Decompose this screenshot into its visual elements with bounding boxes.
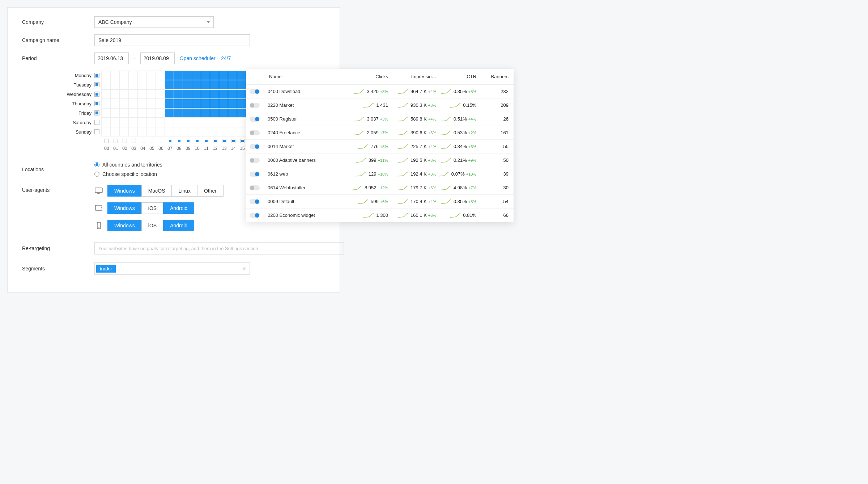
open-scheduler-link[interactable]: Open scheduler – 24/7 <box>180 55 231 61</box>
schedule-hour-checkbox[interactable] <box>240 139 244 143</box>
schedule-day-checkbox[interactable] <box>94 110 99 115</box>
campaign-name-input[interactable]: Sale 2019 <box>94 34 250 46</box>
schedule-cell[interactable] <box>192 108 201 118</box>
schedule-cell[interactable] <box>156 127 165 136</box>
row-name[interactable]: 0060 Adaptive banners <box>268 157 340 163</box>
schedule-cell[interactable] <box>119 89 129 99</box>
schedule-hour-checkbox[interactable] <box>141 139 145 143</box>
clear-icon[interactable]: × <box>242 265 248 273</box>
row-name[interactable]: 0014 Market <box>268 144 340 149</box>
schedule-day-checkbox[interactable] <box>94 82 99 87</box>
schedule-cell[interactable] <box>174 108 183 118</box>
schedule-cell[interactable] <box>192 118 201 127</box>
ua-tablet-android[interactable]: Android <box>163 202 194 214</box>
date-from-input[interactable]: 2019.06.13 <box>94 52 129 64</box>
row-toggle[interactable] <box>250 103 260 108</box>
ua-desktop-other[interactable]: Other <box>197 185 224 197</box>
schedule-hour-checkbox[interactable] <box>132 139 136 143</box>
row-name[interactable]: 0500 Register <box>268 116 340 122</box>
location-specific-radio[interactable]: Choose specific location <box>94 171 162 177</box>
schedule-cell[interactable] <box>228 108 237 118</box>
schedule-cell[interactable] <box>183 108 192 118</box>
row-name[interactable]: 0220 Market <box>268 102 340 108</box>
schedule-day-checkbox[interactable] <box>94 73 99 78</box>
schedule-cell[interactable] <box>128 127 138 136</box>
schedule-cell[interactable] <box>128 99 138 108</box>
schedule-cell[interactable] <box>137 89 147 99</box>
schedule-cell[interactable] <box>110 127 120 136</box>
schedule-cell[interactable] <box>137 108 147 118</box>
th-banners[interactable]: Banners <box>476 74 509 79</box>
row-toggle[interactable] <box>250 158 260 163</box>
schedule-cell[interactable] <box>119 127 129 136</box>
row-name[interactable]: 0200 Economic widget <box>268 212 340 218</box>
retargeting-input[interactable]: Your websites have no goals for retarget… <box>94 242 344 254</box>
schedule-cell[interactable] <box>156 80 165 89</box>
schedule-cell[interactable] <box>237 108 246 118</box>
schedule-cell[interactable] <box>119 71 129 80</box>
schedule-cell[interactable] <box>210 99 219 108</box>
schedule-cell[interactable] <box>174 99 183 108</box>
schedule-cell[interactable] <box>101 127 111 136</box>
schedule-cell[interactable] <box>219 127 228 136</box>
schedule-cell[interactable] <box>174 71 183 80</box>
ua-mobile-windows[interactable]: Windows <box>107 220 142 231</box>
schedule-cell[interactable] <box>219 108 228 118</box>
schedule-cell[interactable] <box>174 127 183 136</box>
schedule-hour-checkbox[interactable] <box>159 139 163 143</box>
row-toggle[interactable] <box>250 199 260 204</box>
th-impressions[interactable]: Impressio… <box>388 74 436 79</box>
schedule-cell[interactable] <box>165 127 174 136</box>
schedule-hour-checkbox[interactable] <box>213 139 217 143</box>
schedule-cell[interactable] <box>219 99 228 108</box>
row-toggle[interactable] <box>250 89 260 94</box>
schedule-cell[interactable] <box>192 127 201 136</box>
schedule-cell[interactable] <box>192 80 201 89</box>
schedule-cell[interactable] <box>156 89 165 99</box>
schedule-cell[interactable] <box>137 118 147 127</box>
schedule-cell[interactable] <box>137 71 147 80</box>
schedule-cell[interactable] <box>201 108 210 118</box>
schedule-cell[interactable] <box>174 89 183 99</box>
schedule-hour-checkbox[interactable] <box>186 139 190 143</box>
schedule-cell[interactable] <box>110 108 120 118</box>
schedule-day-checkbox[interactable] <box>94 101 99 106</box>
schedule-cell[interactable] <box>165 80 174 89</box>
schedule-cell[interactable] <box>165 71 174 80</box>
schedule-cell[interactable] <box>110 71 120 80</box>
schedule-cell[interactable] <box>237 71 246 80</box>
schedule-cell[interactable] <box>219 80 228 89</box>
row-toggle[interactable] <box>250 185 260 190</box>
schedule-cell[interactable] <box>228 118 237 127</box>
schedule-cell[interactable] <box>146 127 156 136</box>
schedule-hour-checkbox[interactable] <box>231 139 235 143</box>
schedule-cell[interactable] <box>174 80 183 89</box>
schedule-hour-checkbox[interactable] <box>195 139 199 143</box>
schedule-cell[interactable] <box>165 89 174 99</box>
schedule-cell[interactable] <box>137 99 147 108</box>
row-name[interactable]: 0400 Download <box>268 89 340 94</box>
schedule-cell[interactable] <box>119 108 129 118</box>
schedule-cell[interactable] <box>228 99 237 108</box>
schedule-cell[interactable] <box>146 89 156 99</box>
schedule-cell[interactable] <box>174 118 183 127</box>
schedule-day-checkbox[interactable] <box>94 120 99 125</box>
schedule-cell[interactable] <box>110 80 120 89</box>
schedule-cell[interactable] <box>237 80 246 89</box>
date-to-input[interactable]: 2019.08.09 <box>140 52 175 64</box>
schedule-cell[interactable] <box>101 80 111 89</box>
schedule-hour-checkbox[interactable] <box>222 139 226 143</box>
schedule-day-checkbox[interactable] <box>94 92 99 97</box>
schedule-cell[interactable] <box>228 80 237 89</box>
schedule-cell[interactable] <box>201 71 210 80</box>
ua-desktop-linux[interactable]: Linux <box>171 185 197 197</box>
schedule-cell[interactable] <box>119 99 129 108</box>
schedule-cell[interactable] <box>201 118 210 127</box>
location-all-radio[interactable]: All countries and territories <box>94 162 162 168</box>
segments-input[interactable]: trader × <box>94 262 250 275</box>
schedule-cell[interactable] <box>219 118 228 127</box>
schedule-cell[interactable] <box>183 127 192 136</box>
schedule-cell[interactable] <box>146 71 156 80</box>
schedule-cell[interactable] <box>128 89 138 99</box>
schedule-cell[interactable] <box>146 118 156 127</box>
